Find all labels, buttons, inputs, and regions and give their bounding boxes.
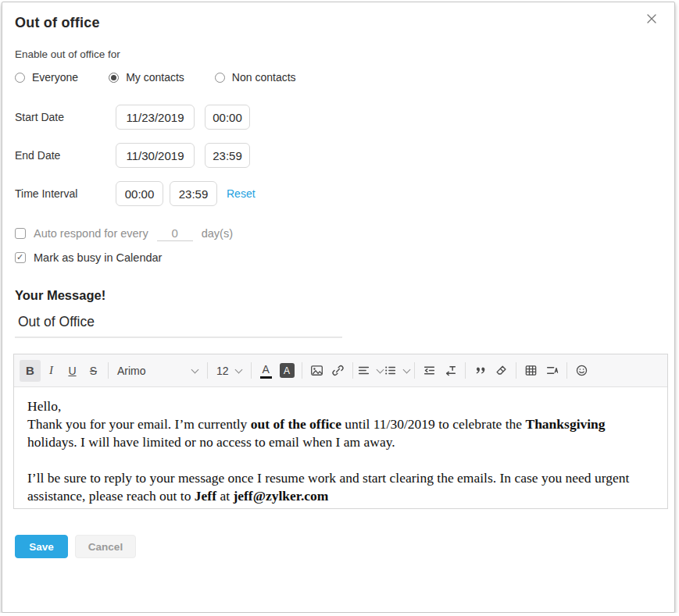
radio-option-my-contacts[interactable]: My contacts: [109, 71, 184, 84]
radio-non-contacts-label: Non contacts: [232, 71, 296, 84]
mark-busy-row: Mark as busy in Calendar: [15, 251, 662, 264]
font-color-bar: [260, 376, 272, 379]
end-date-row: End Date: [15, 143, 662, 168]
font-family-value: Arimo: [117, 365, 146, 377]
toolbar-separator: [302, 362, 302, 379]
auto-respond-row: Auto respond for every day(s): [15, 226, 662, 241]
font-size-button[interactable]: 12: [212, 360, 247, 382]
table-icon: [524, 364, 538, 377]
toolbar-separator: [516, 362, 516, 379]
editor-body[interactable]: Hello,Thank you for your email. I’m curr…: [14, 387, 667, 508]
dialog-header: Out of office: [15, 15, 662, 31]
toolbar-separator: [566, 362, 567, 379]
enable-section-label: Enable out of office for: [15, 48, 662, 60]
highlight-color-icon: A: [280, 363, 295, 378]
subject-input[interactable]: [15, 314, 345, 330]
schedule-form: Start Date End Date Time Interval Reset: [15, 105, 662, 206]
start-date-row: Start Date: [15, 105, 662, 130]
radio-option-everyone[interactable]: Everyone: [15, 71, 78, 84]
reset-link[interactable]: Reset: [227, 187, 256, 200]
toolbar-separator: [352, 362, 353, 379]
auto-respond-label: Auto respond for every: [34, 227, 148, 240]
save-button[interactable]: Save: [15, 535, 68, 558]
blockquote-button[interactable]: [470, 360, 491, 382]
interval-from-input[interactable]: [116, 181, 163, 206]
chevron-down-icon: [402, 365, 410, 373]
outdent-icon: [423, 364, 436, 377]
radio-option-non-contacts[interactable]: Non contacts: [215, 71, 296, 84]
text-align-button[interactable]: [357, 360, 384, 382]
out-of-office-dialog: Out of office Enable out of office for E…: [2, 2, 675, 613]
message-editor: BIUSArimo12AA Hello,Thank you for your e…: [13, 354, 668, 509]
align-left-icon: [357, 364, 370, 377]
start-date-input[interactable]: [116, 105, 195, 130]
auto-respond-suffix: day(s): [202, 227, 233, 240]
mark-busy-label: Mark as busy in Calendar: [34, 251, 162, 264]
link-icon: [331, 364, 345, 377]
auto-respond-checkbox[interactable]: [15, 228, 26, 239]
strikethrough-button[interactable]: S: [83, 360, 104, 382]
line-spacing-button[interactable]: [541, 360, 563, 382]
page-title: Out of office: [15, 15, 100, 31]
auto-respond-days-input[interactable]: [157, 226, 193, 241]
indent-icon: [444, 364, 457, 377]
insert-table-button[interactable]: [520, 360, 541, 382]
chevron-down-icon: [234, 365, 242, 373]
line-spacing-icon: [545, 364, 559, 377]
font-family-button[interactable]: Arimo: [113, 360, 203, 382]
close-icon[interactable]: [646, 13, 657, 24]
outdent-button[interactable]: [419, 360, 440, 382]
eraser-icon: [495, 364, 508, 377]
mark-busy-checkbox[interactable]: [15, 252, 26, 263]
editor-toolbar: BIUSArimo12AA: [14, 354, 667, 387]
message-line: [27, 451, 654, 469]
bold-icon: B: [26, 364, 34, 377]
footer-actions: Save Cancel: [15, 535, 662, 558]
time-interval-label: Time Interval: [15, 187, 116, 200]
message-heading: Your Message!: [15, 288, 662, 303]
end-time-input[interactable]: [205, 143, 250, 168]
toolbar-separator: [465, 362, 466, 379]
toolbar-separator: [251, 362, 252, 379]
toolbar-separator: [108, 362, 109, 379]
font-color-button[interactable]: A: [256, 358, 277, 383]
cancel-button[interactable]: Cancel: [75, 535, 136, 558]
chevron-down-icon: [191, 365, 199, 373]
end-date-label: End Date: [15, 149, 116, 162]
bullet-list-icon: [384, 364, 397, 377]
enable-options: Everyone My contacts Non contacts: [15, 71, 662, 84]
emoji-button[interactable]: [571, 360, 592, 382]
highlight-color-button[interactable]: A: [277, 360, 298, 382]
italic-icon: I: [49, 364, 53, 377]
start-date-label: Start Date: [15, 111, 116, 123]
start-time-input[interactable]: [205, 105, 250, 130]
clear-formatting-button[interactable]: [491, 360, 512, 382]
underline-button[interactable]: U: [62, 360, 83, 382]
subject-field-wrap: [15, 314, 342, 338]
message-line: Thank you for your email. I’m currently …: [27, 415, 654, 451]
list-button[interactable]: [384, 360, 410, 382]
chevron-down-icon: [376, 365, 384, 373]
quote-icon: [474, 364, 487, 377]
end-date-input[interactable]: [116, 143, 195, 168]
radio-everyone-label: Everyone: [32, 71, 78, 84]
message-line: Hello,: [27, 397, 654, 415]
insert-image-button[interactable]: [306, 360, 327, 382]
radio-my-contacts[interactable]: [109, 73, 119, 83]
font-size-value: 12: [216, 365, 229, 377]
radio-my-contacts-label: My contacts: [126, 71, 184, 84]
interval-to-input[interactable]: [170, 181, 217, 206]
message-line: I’ll be sure to reply to your message on…: [27, 469, 654, 505]
underline-icon: U: [68, 365, 76, 377]
insert-link-button[interactable]: [327, 360, 348, 382]
image-icon: [310, 364, 323, 377]
italic-button[interactable]: I: [41, 360, 62, 382]
time-interval-row: Time Interval Reset: [15, 181, 662, 206]
strikethrough-icon: S: [90, 365, 97, 377]
bold-button[interactable]: B: [20, 360, 41, 382]
radio-non-contacts[interactable]: [215, 73, 225, 83]
toolbar-separator: [207, 362, 208, 379]
indent-button[interactable]: [440, 360, 461, 382]
smiley-icon: [575, 364, 588, 377]
radio-everyone[interactable]: [15, 73, 25, 83]
